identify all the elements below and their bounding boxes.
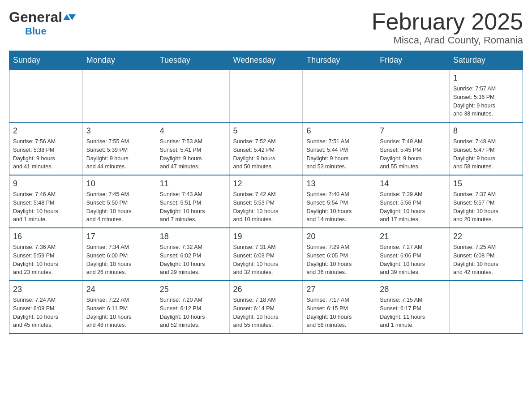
day-number: 27 <box>306 285 372 294</box>
table-row <box>303 70 376 123</box>
day-info: Sunrise: 7:17 AMSunset: 6:15 PMDaylight:… <box>306 296 372 330</box>
table-row: 12Sunrise: 7:42 AMSunset: 5:53 PMDayligh… <box>229 175 303 228</box>
col-saturday: Saturday <box>450 51 523 70</box>
day-number: 21 <box>380 232 446 241</box>
day-info: Sunrise: 7:57 AMSunset: 5:36 PMDaylight:… <box>453 85 519 118</box>
day-number: 9 <box>13 179 79 188</box>
table-row <box>9 70 83 123</box>
day-info: Sunrise: 7:20 AMSunset: 6:12 PMDaylight:… <box>160 296 226 330</box>
table-row <box>156 70 229 123</box>
calendar-week-row: 2Sunrise: 7:56 AMSunset: 5:38 PMDaylight… <box>9 122 523 175</box>
table-row: 26Sunrise: 7:18 AMSunset: 6:14 PMDayligh… <box>229 281 303 334</box>
day-number: 13 <box>306 179 372 188</box>
table-row: 17Sunrise: 7:34 AMSunset: 6:00 PMDayligh… <box>82 228 156 281</box>
day-number: 24 <box>86 285 152 294</box>
logo-blue-text: Blue <box>25 26 47 37</box>
table-row: 9Sunrise: 7:46 AMSunset: 5:48 PMDaylight… <box>9 175 83 228</box>
col-friday: Friday <box>376 51 450 70</box>
table-row: 4Sunrise: 7:53 AMSunset: 5:41 PMDaylight… <box>156 122 229 175</box>
day-number: 2 <box>13 126 79 136</box>
calendar-header-row: Sunday Monday Tuesday Wednesday Thursday… <box>9 51 523 70</box>
day-info: Sunrise: 7:40 AMSunset: 5:54 PMDaylight:… <box>306 190 372 224</box>
day-info: Sunrise: 7:24 AMSunset: 6:09 PMDaylight:… <box>13 296 79 330</box>
table-row: 28Sunrise: 7:15 AMSunset: 6:17 PMDayligh… <box>376 281 450 334</box>
day-info: Sunrise: 7:46 AMSunset: 5:48 PMDaylight:… <box>13 190 79 224</box>
day-number: 10 <box>86 179 152 188</box>
table-row: 25Sunrise: 7:20 AMSunset: 6:12 PMDayligh… <box>156 281 229 334</box>
table-row: 16Sunrise: 7:36 AMSunset: 5:59 PMDayligh… <box>9 228 83 281</box>
day-number: 1 <box>453 73 519 83</box>
table-row: 11Sunrise: 7:43 AMSunset: 5:51 PMDayligh… <box>156 175 229 228</box>
col-wednesday: Wednesday <box>229 51 303 70</box>
day-info: Sunrise: 7:29 AMSunset: 6:05 PMDaylight:… <box>306 243 372 277</box>
day-number: 12 <box>233 179 299 188</box>
table-row: 3Sunrise: 7:55 AMSunset: 5:39 PMDaylight… <box>82 122 156 175</box>
day-info: Sunrise: 7:18 AMSunset: 6:14 PMDaylight:… <box>233 296 299 330</box>
calendar-week-row: 9Sunrise: 7:46 AMSunset: 5:48 PMDaylight… <box>9 175 523 228</box>
day-info: Sunrise: 7:25 AMSunset: 6:08 PMDaylight:… <box>453 243 519 277</box>
day-info: Sunrise: 7:48 AMSunset: 5:47 PMDaylight:… <box>453 137 519 171</box>
day-number: 14 <box>380 179 446 188</box>
day-info: Sunrise: 7:49 AMSunset: 5:45 PMDaylight:… <box>380 137 446 171</box>
col-sunday: Sunday <box>9 51 83 70</box>
logo: General Blue <box>9 9 76 37</box>
day-number: 5 <box>233 126 299 136</box>
table-row: 5Sunrise: 7:52 AMSunset: 5:42 PMDaylight… <box>229 122 303 175</box>
table-row: 2Sunrise: 7:56 AMSunset: 5:38 PMDaylight… <box>9 122 83 175</box>
calendar-table: Sunday Monday Tuesday Wednesday Thursday… <box>9 51 523 334</box>
day-info: Sunrise: 7:39 AMSunset: 5:56 PMDaylight:… <box>380 190 446 224</box>
table-row <box>450 281 523 334</box>
table-row: 8Sunrise: 7:48 AMSunset: 5:47 PMDaylight… <box>450 122 523 175</box>
day-number: 3 <box>86 126 152 136</box>
day-info: Sunrise: 7:32 AMSunset: 6:02 PMDaylight:… <box>160 243 226 277</box>
location-subtitle: Misca, Arad County, Romania <box>372 34 523 46</box>
day-info: Sunrise: 7:27 AMSunset: 6:06 PMDaylight:… <box>380 243 446 277</box>
table-row: 23Sunrise: 7:24 AMSunset: 6:09 PMDayligh… <box>9 281 83 334</box>
logo-general-text: General <box>9 9 62 26</box>
table-row: 21Sunrise: 7:27 AMSunset: 6:06 PMDayligh… <box>376 228 450 281</box>
day-number: 20 <box>306 232 372 241</box>
day-info: Sunrise: 7:56 AMSunset: 5:38 PMDaylight:… <box>13 137 79 171</box>
table-row: 1Sunrise: 7:57 AMSunset: 5:36 PMDaylight… <box>450 70 523 123</box>
day-number: 16 <box>13 232 79 241</box>
col-thursday: Thursday <box>303 51 376 70</box>
day-number: 28 <box>380 285 446 294</box>
day-number: 26 <box>233 285 299 294</box>
table-row: 20Sunrise: 7:29 AMSunset: 6:05 PMDayligh… <box>303 228 376 281</box>
day-number: 15 <box>453 179 519 188</box>
day-info: Sunrise: 7:55 AMSunset: 5:39 PMDaylight:… <box>86 137 152 171</box>
table-row: 27Sunrise: 7:17 AMSunset: 6:15 PMDayligh… <box>303 281 376 334</box>
col-tuesday: Tuesday <box>156 51 229 70</box>
calendar-week-row: 1Sunrise: 7:57 AMSunset: 5:36 PMDaylight… <box>9 70 523 123</box>
table-row: 19Sunrise: 7:31 AMSunset: 6:03 PMDayligh… <box>229 228 303 281</box>
day-number: 7 <box>380 126 446 136</box>
table-row: 7Sunrise: 7:49 AMSunset: 5:45 PMDaylight… <box>376 122 450 175</box>
day-number: 25 <box>160 285 226 294</box>
day-number: 19 <box>233 232 299 241</box>
table-row: 22Sunrise: 7:25 AMSunset: 6:08 PMDayligh… <box>450 228 523 281</box>
table-row <box>376 70 450 123</box>
table-row: 24Sunrise: 7:22 AMSunset: 6:11 PMDayligh… <box>82 281 156 334</box>
table-row: 15Sunrise: 7:37 AMSunset: 5:57 PMDayligh… <box>450 175 523 228</box>
title-section: February 2025 Misca, Arad County, Romani… <box>372 9 523 46</box>
day-number: 11 <box>160 179 226 188</box>
day-info: Sunrise: 7:37 AMSunset: 5:57 PMDaylight:… <box>453 190 519 224</box>
day-number: 22 <box>453 232 519 241</box>
table-row: 6Sunrise: 7:51 AMSunset: 5:44 PMDaylight… <box>303 122 376 175</box>
day-info: Sunrise: 7:22 AMSunset: 6:11 PMDaylight:… <box>86 296 152 330</box>
logo-icon <box>63 14 76 20</box>
day-info: Sunrise: 7:53 AMSunset: 5:41 PMDaylight:… <box>160 137 226 171</box>
calendar-week-row: 16Sunrise: 7:36 AMSunset: 5:59 PMDayligh… <box>9 228 523 281</box>
day-info: Sunrise: 7:31 AMSunset: 6:03 PMDaylight:… <box>233 243 299 277</box>
day-number: 18 <box>160 232 226 241</box>
table-row <box>229 70 303 123</box>
col-monday: Monday <box>82 51 156 70</box>
day-info: Sunrise: 7:42 AMSunset: 5:53 PMDaylight:… <box>233 190 299 224</box>
table-row: 13Sunrise: 7:40 AMSunset: 5:54 PMDayligh… <box>303 175 376 228</box>
day-info: Sunrise: 7:45 AMSunset: 5:50 PMDaylight:… <box>86 190 152 224</box>
table-row: 14Sunrise: 7:39 AMSunset: 5:56 PMDayligh… <box>376 175 450 228</box>
day-info: Sunrise: 7:43 AMSunset: 5:51 PMDaylight:… <box>160 190 226 224</box>
day-info: Sunrise: 7:51 AMSunset: 5:44 PMDaylight:… <box>306 137 372 171</box>
day-number: 6 <box>306 126 372 136</box>
day-info: Sunrise: 7:15 AMSunset: 6:17 PMDaylight:… <box>380 296 446 330</box>
